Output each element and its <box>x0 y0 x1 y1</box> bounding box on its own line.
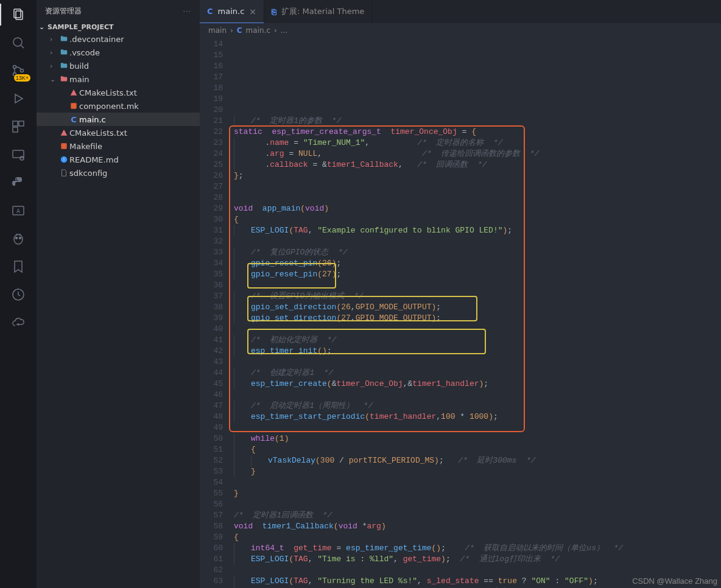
file-icon: i <box>58 155 69 164</box>
sidebar-header: 资源管理器 ··· <box>37 0 200 22</box>
tree-item-label: main <box>69 75 89 84</box>
tree-item--devcontainer[interactable]: ›.devcontainer <box>37 32 200 46</box>
tab-main-c[interactable]: Cmain.c× <box>200 0 264 23</box>
svg-point-17 <box>19 237 21 239</box>
tree-item-build[interactable]: ›build <box>37 59 200 72</box>
tab--Material-Theme[interactable]: ⎘扩展: Material Theme <box>264 0 372 23</box>
cloud-icon[interactable] <box>10 314 27 331</box>
svg-point-6 <box>21 69 24 72</box>
source-control-icon[interactable]: 13K+ <box>10 62 27 79</box>
tree-item--vscode[interactable]: ›.vscode <box>37 46 200 59</box>
code-line[interactable]: /* 定时器1回调函数 */ <box>234 510 721 521</box>
file-icon <box>68 102 79 110</box>
crumb-more: ... <box>281 26 287 35</box>
python-icon[interactable] <box>10 174 27 191</box>
project-header[interactable]: ⌄ SAMPLE_PROJECT <box>37 22 200 32</box>
svg-rect-22 <box>71 103 76 108</box>
code-line[interactable]: int64_t get_time = esp_timer_get_time();… <box>234 543 721 554</box>
tree-item-README-md[interactable]: iREADME.md <box>37 153 200 166</box>
run-debug-icon[interactable] <box>10 90 27 107</box>
file-icon: C <box>68 115 79 124</box>
svg-rect-1 <box>16 11 23 19</box>
code-line[interactable]: vTaskDelay(300 / portTICK_PERIOD_MS); /*… <box>234 455 721 466</box>
svg-marker-7 <box>15 94 23 103</box>
svg-marker-23 <box>61 130 68 136</box>
extensions-icon[interactable] <box>10 118 27 135</box>
highlight-yellow-box-2 <box>247 296 477 321</box>
svg-rect-24 <box>61 143 66 149</box>
file-icon <box>58 48 69 57</box>
tree-item-label: CMakeLists.txt <box>69 128 127 138</box>
file-icon <box>58 142 69 150</box>
highlight-yellow-box-1 <box>247 263 336 289</box>
close-icon[interactable]: × <box>249 7 256 16</box>
code-line[interactable]: ESP_LOGI(TAG, "Time is : %lld", get_time… <box>234 554 721 565</box>
bookmark-icon[interactable] <box>10 258 27 275</box>
tree-item-main-c[interactable]: Cmain.c <box>37 113 200 126</box>
code-line[interactable]: { <box>234 532 721 543</box>
code-line[interactable]: } <box>234 488 721 499</box>
tree-item-label: .vscode <box>69 48 100 57</box>
tab-label: 扩展: Material Theme <box>281 6 364 17</box>
editor-area: Cmain.c×⎘扩展: Material Theme main › C mai… <box>200 0 721 588</box>
tab-icon: ⎘ <box>272 7 276 16</box>
tree-item-label: CMakeLists.txt <box>79 88 137 97</box>
tree-item-CMakeLists-txt[interactable]: CMakeLists.txt <box>37 126 200 139</box>
timeline-icon[interactable] <box>10 286 27 303</box>
tree-item-sdkconfig[interactable]: sdkconfig <box>37 166 200 180</box>
file-icon <box>58 61 69 70</box>
svg-marker-21 <box>71 89 77 96</box>
svg-text:A: A <box>16 208 20 215</box>
code-line[interactable] <box>234 565 721 576</box>
svg-point-2 <box>13 38 22 46</box>
svg-line-3 <box>21 45 24 48</box>
tab-icon: C <box>207 7 213 16</box>
tree-item-CMakeLists-txt[interactable]: CMakeLists.txt <box>37 86 200 99</box>
watermark: CSDN @Wallace Zhang <box>632 576 717 586</box>
explorer-icon[interactable] <box>10 6 27 23</box>
tree-item-label: Makefile <box>69 142 102 151</box>
code-line[interactable] <box>234 499 721 510</box>
tree-item-label: .devcontainer <box>69 35 124 44</box>
code-line[interactable]: } <box>234 466 721 477</box>
scm-badge: 13K+ <box>14 74 30 82</box>
code-editor[interactable]: 1415161718192021222324252627282930313233… <box>200 38 721 588</box>
svg-line-18 <box>16 234 17 236</box>
file-icon <box>58 75 69 83</box>
project-name: SAMPLE_PROJECT <box>47 23 114 31</box>
svg-rect-0 <box>14 9 21 18</box>
code-line[interactable]: { <box>234 444 721 455</box>
tree-item-label: component.mk <box>79 102 139 111</box>
file-icon <box>58 128 69 137</box>
breadcrumb[interactable]: main › C main.c › ... <box>200 23 721 38</box>
tree-item-component-mk[interactable]: component.mk <box>37 99 200 113</box>
search-icon[interactable] <box>10 34 27 51</box>
output-icon[interactable]: A <box>10 202 27 219</box>
tree-item-main[interactable]: ⌄main <box>37 72 200 86</box>
file-tree: ›.devcontainer›.vscode›build⌄mainCMakeLi… <box>37 32 200 180</box>
svg-point-15 <box>14 234 23 244</box>
remote-icon[interactable] <box>10 146 27 163</box>
tab-label: main.c <box>218 7 245 16</box>
crumb-folder: main <box>208 26 227 35</box>
code-line[interactable] <box>234 477 721 488</box>
sidebar-title: 资源管理器 <box>45 6 82 16</box>
code-content[interactable]: /* 定时器1的参数 */static esp_timer_create_arg… <box>234 38 721 588</box>
tree-item-Makefile[interactable]: Makefile <box>37 139 200 153</box>
svg-rect-9 <box>19 121 24 126</box>
file-icon <box>58 35 69 43</box>
svg-rect-8 <box>13 121 18 126</box>
code-line[interactable]: void timer1_Callback(void *arg) <box>234 521 721 532</box>
crumb-file: main.c <box>246 26 270 35</box>
file-icon <box>58 169 69 177</box>
activity-bar: 13K+ A <box>0 0 37 588</box>
more-icon[interactable]: ··· <box>183 7 192 15</box>
svg-point-4 <box>13 66 16 69</box>
svg-text:i: i <box>63 157 65 162</box>
tab-bar: Cmain.c×⎘扩展: Material Theme <box>200 0 721 23</box>
platformio-icon[interactable] <box>10 230 27 247</box>
tree-item-label: README.md <box>69 155 119 164</box>
code-line[interactable]: while(1) <box>234 433 721 444</box>
svg-point-16 <box>16 237 18 239</box>
tree-item-label: build <box>69 61 89 71</box>
